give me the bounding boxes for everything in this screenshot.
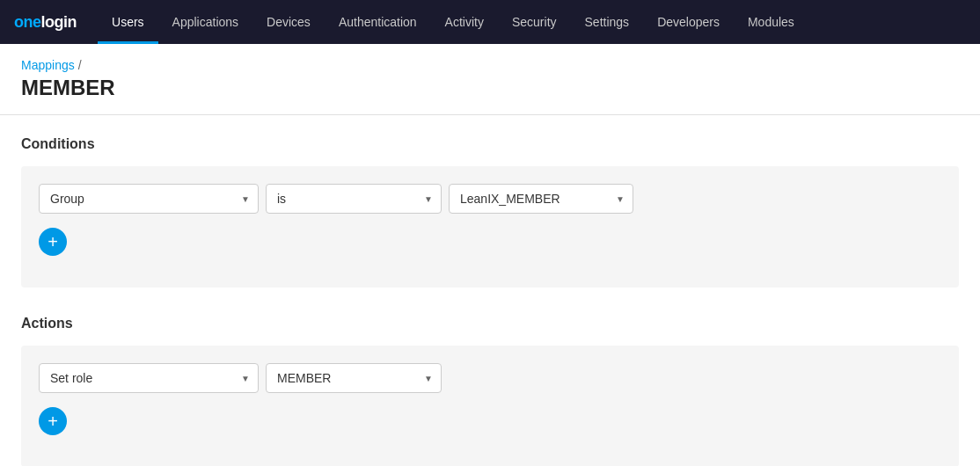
value-select-wrapper: LeanIX_MEMBER [449,184,633,214]
actions-row: Set role MEMBER [39,363,941,393]
nav-item-devices[interactable]: Devices [252,0,325,44]
role-select-wrapper: MEMBER [266,363,442,393]
group-select-wrapper: Group [39,184,259,214]
breadcrumb-separator: / [78,58,82,72]
logo-one: one [14,13,41,31]
actions-add-row: + [39,407,941,435]
value-select[interactable]: LeanIX_MEMBER [449,184,633,214]
nav-item-settings[interactable]: Settings [571,0,644,44]
action-select[interactable]: Set role [39,363,259,393]
nav-item-activity[interactable]: Activity [431,0,498,44]
actions-add-button[interactable]: + [39,407,67,435]
conditions-row: Group is LeanIX_MEMBER [39,184,941,214]
nav-items: Users Applications Devices Authenticatio… [98,0,808,44]
actions-body: Set role MEMBER + [21,346,959,466]
nav-item-authentication[interactable]: Authentication [325,0,431,44]
nav-item-modules[interactable]: Modules [734,0,808,44]
group-select[interactable]: Group [39,184,259,214]
conditions-body: Group is LeanIX_MEMBER + [21,166,959,288]
actions-section: Actions Set role MEMBER + [0,295,980,466]
navigation: onelogin Users Applications Devices Auth… [0,0,980,44]
is-select[interactable]: is [266,184,442,214]
conditions-title: Conditions [21,136,959,152]
role-select[interactable]: MEMBER [266,363,442,393]
conditions-add-row: + [39,228,941,256]
page-title: MEMBER [0,76,980,114]
is-select-wrapper: is [266,184,442,214]
nav-item-developers[interactable]: Developers [643,0,734,44]
nav-item-users[interactable]: Users [98,0,158,44]
breadcrumb-link[interactable]: Mappings [21,58,75,72]
conditions-section: Conditions Group is LeanIX_MEMBER + [0,115,980,295]
nav-item-applications[interactable]: Applications [158,0,253,44]
breadcrumb: Mappings / [0,44,980,76]
action-select-wrapper: Set role [39,363,259,393]
logo-login: login [41,13,77,31]
nav-item-security[interactable]: Security [498,0,571,44]
conditions-add-button[interactable]: + [39,228,67,256]
actions-title: Actions [21,316,959,331]
logo: onelogin [14,13,77,32]
